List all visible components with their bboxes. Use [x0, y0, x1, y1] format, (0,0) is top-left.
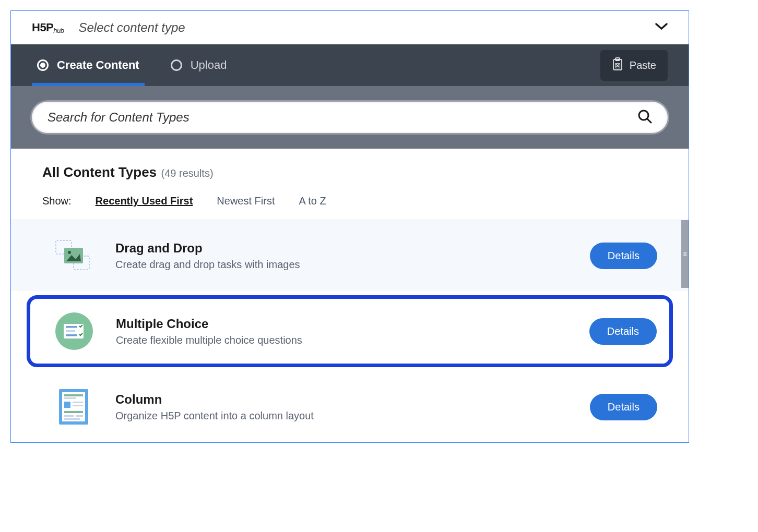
panel-title: Select content type	[79, 20, 185, 35]
svg-point-8	[68, 251, 71, 254]
filter-title: All Content Types	[42, 164, 157, 180]
svg-rect-21	[64, 411, 83, 413]
search-input[interactable]	[48, 110, 637, 125]
radio-checked-icon	[37, 59, 49, 71]
logo: H5Phub	[32, 21, 64, 34]
paste-button[interactable]: Paste	[600, 50, 668, 81]
logo-text: H5P	[32, 21, 53, 34]
item-text: Multiple Choice Create flexible multiple…	[116, 317, 568, 346]
scrollbar-handle[interactable]	[681, 220, 689, 288]
svg-rect-18	[64, 402, 70, 408]
filter-zone: All Content Types (49 results) Show: Rec…	[11, 149, 689, 220]
item-text: Column Organize H5P content into a colum…	[115, 392, 569, 422]
tab-label: Create Content	[57, 58, 139, 72]
list-item-drag-and-drop[interactable]: Drag and Drop Create drag and drop tasks…	[11, 220, 689, 291]
svg-line-4	[647, 119, 651, 123]
sort-recently-used[interactable]: Recently Used First	[96, 195, 193, 207]
tab-create-content[interactable]: Create Content	[32, 44, 145, 86]
svg-rect-23	[76, 415, 83, 417]
item-title: Column	[115, 392, 569, 407]
panel-header: H5Phub Select content type	[11, 11, 689, 44]
svg-rect-17	[64, 397, 76, 399]
tabs-bar: Create Content Upload Paste	[11, 44, 689, 86]
sort-row: Show: Recently Used First Newest First A…	[42, 195, 657, 207]
item-text: Drag and Drop Create drag and drop tasks…	[115, 241, 569, 271]
search-icon[interactable]	[637, 109, 652, 126]
radio-unchecked-icon	[171, 59, 182, 71]
tab-label: Upload	[191, 58, 227, 72]
sort-newest-first[interactable]: Newest First	[217, 195, 275, 207]
svg-rect-12	[66, 330, 75, 332]
search-zone	[11, 86, 689, 149]
details-button[interactable]: Details	[590, 243, 657, 269]
h5p-hub-panel: H5Phub Select content type Create Conten…	[10, 10, 689, 443]
item-desc: Create drag and drop tasks with images	[115, 259, 569, 271]
drag-drop-icon	[53, 235, 94, 276]
svg-rect-11	[66, 326, 77, 328]
svg-rect-19	[73, 402, 83, 403]
sort-a-to-z[interactable]: A to Z	[299, 195, 326, 207]
svg-rect-16	[64, 394, 83, 396]
tab-upload[interactable]: Upload	[165, 44, 232, 86]
paste-label: Paste	[630, 59, 656, 71]
svg-rect-20	[73, 405, 83, 406]
details-button[interactable]: Details	[590, 394, 657, 420]
item-desc: Organize H5P content into a column layou…	[115, 410, 569, 422]
chevron-down-icon[interactable]	[655, 23, 668, 32]
filter-count: (49 results)	[161, 167, 214, 179]
list-item-column[interactable]: Column Organize H5P content into a colum…	[11, 371, 689, 442]
column-icon	[53, 386, 94, 428]
item-title: Multiple Choice	[116, 317, 568, 331]
svg-rect-24	[64, 418, 80, 420]
svg-rect-13	[66, 334, 77, 336]
search-wrap	[32, 102, 668, 133]
item-desc: Create flexible multiple choice question…	[116, 334, 568, 346]
clipboard-icon	[612, 57, 623, 74]
logo-sub: hub	[53, 27, 64, 34]
details-button[interactable]: Details	[589, 318, 657, 345]
sort-label: Show:	[42, 195, 72, 207]
multiple-choice-icon	[53, 310, 95, 352]
list-item-multiple-choice[interactable]: Multiple Choice Create flexible multiple…	[27, 295, 673, 367]
content-type-list: Drag and Drop Create drag and drop tasks…	[11, 220, 689, 442]
svg-rect-22	[64, 415, 74, 417]
item-title: Drag and Drop	[115, 241, 569, 256]
